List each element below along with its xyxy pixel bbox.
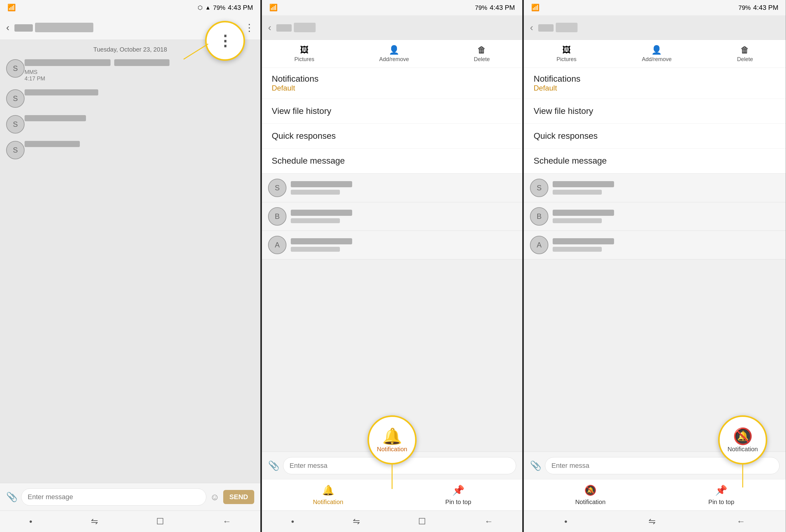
- nav-back-1[interactable]: ←: [223, 517, 231, 527]
- quick-responses-label-3: Quick responses: [534, 131, 776, 141]
- pin-to-top-action-3[interactable]: 📌 Pin to top: [708, 484, 734, 506]
- emoji-icon-1[interactable]: ☺: [210, 492, 219, 502]
- message-row-3: S: [6, 115, 254, 134]
- menu-schedule-message-3[interactable]: Schedule message: [524, 148, 786, 174]
- contact-list-2: S B A: [262, 174, 522, 452]
- message-area-1: Tuesday, October 23, 2018 S MMS4:17 PM: [0, 40, 260, 483]
- chat-header-3: ‹ and 2: [524, 15, 786, 40]
- avatar-s3: S: [6, 115, 25, 134]
- contact-row-a3: A: [524, 231, 786, 259]
- more-options-icon[interactable]: ⋮: [245, 22, 254, 33]
- pin-to-top-action[interactable]: 📌 Pin to top: [445, 484, 471, 506]
- contact-row-b3: B: [524, 202, 786, 231]
- nav-back-2[interactable]: ←: [485, 517, 493, 527]
- avatar-s: S: [268, 179, 286, 197]
- avatar-b: B: [268, 207, 286, 226]
- nav-square-2[interactable]: ☐: [418, 516, 426, 527]
- pictures-icon-item-3[interactable]: 🖼 Pictures: [556, 45, 576, 63]
- message-row-1: S MMS4:17 PM: [6, 59, 254, 82]
- delete-icon: 🗑: [478, 45, 486, 55]
- notification-action-muted[interactable]: 🔕 Notification: [575, 484, 605, 506]
- msg-blur-4: [25, 141, 80, 147]
- status-left-3: 📶: [531, 4, 539, 11]
- add-remove-icon-item[interactable]: 👤 Add/remove: [379, 45, 409, 63]
- menu-quick-responses-3[interactable]: Quick responses: [524, 124, 786, 148]
- back-button-2[interactable]: ‹: [268, 22, 272, 33]
- nav-back-3[interactable]: ←: [737, 517, 745, 527]
- msg-blur-2: [25, 89, 98, 95]
- status-right-2: 79% 4:43 PM: [475, 4, 515, 11]
- contact-list-3: S B A: [524, 174, 786, 452]
- app-container: 📶 ⬡ ▲ 79% 4:43 PM ‹ and 2 others(3) ⋮: [0, 0, 786, 532]
- notification-muted-label: Notification: [575, 499, 605, 506]
- send-button-1[interactable]: SEND: [223, 490, 254, 504]
- msg-blur-3: [25, 115, 86, 121]
- callout-notification-circle: 🔔 Notification: [368, 415, 417, 464]
- status-bar-1: 📶 ⬡ ▲ 79% 4:43 PM: [0, 0, 260, 15]
- back-button-1[interactable]: ‹: [6, 22, 9, 33]
- attach-icon-2[interactable]: 📎: [268, 460, 279, 471]
- notification-callout-label: Notification: [377, 446, 408, 453]
- add-remove-icon-3: 👤: [651, 45, 662, 55]
- nav-swap-3[interactable]: ⇋: [648, 516, 655, 527]
- notification-muted-callout-icon: 🔕: [733, 427, 753, 446]
- avatar-s4: S: [6, 141, 25, 159]
- status-right: ⬡ ▲ 79% 4:43 PM: [198, 4, 253, 11]
- wifi-icon-2: 📶: [269, 4, 278, 11]
- nav-swap-2[interactable]: ⇋: [353, 516, 360, 527]
- menu-schedule-message[interactable]: Schedule message: [262, 148, 522, 174]
- msg-blur-1b: [114, 59, 169, 66]
- battery-text-2: 79%: [475, 4, 487, 11]
- nav-swap-1[interactable]: ⇋: [91, 516, 98, 527]
- add-remove-icon-item-3[interactable]: 👤 Add/remove: [642, 45, 671, 63]
- menu-view-file-history[interactable]: View file history: [262, 99, 522, 124]
- view-file-history-label-3: View file history: [534, 106, 776, 116]
- dots-icon: ⋮: [218, 32, 232, 49]
- message-input-1[interactable]: [21, 488, 206, 506]
- signal-icon: ▲: [205, 5, 211, 11]
- time-display-2: 4:43 PM: [490, 4, 515, 11]
- schedule-message-label-3: Schedule message: [534, 156, 776, 166]
- delete-label-3: Delete: [737, 56, 753, 63]
- header-icons-1: ⋮: [245, 22, 254, 33]
- menu-quick-responses[interactable]: Quick responses: [262, 124, 522, 148]
- delete-icon-item[interactable]: 🗑 Delete: [474, 45, 490, 63]
- notifications-label-3: Notifications: [534, 74, 776, 84]
- pictures-label-3: Pictures: [556, 56, 576, 63]
- callout-arrow-3: [742, 463, 743, 487]
- notification-action-active[interactable]: 🔔 Notification: [313, 484, 343, 506]
- battery-text: 79%: [213, 4, 225, 11]
- time-display: 4:43 PM: [228, 4, 253, 11]
- avatar-a: A: [268, 236, 286, 254]
- panel-3-muted: 📶 79% 4:43 PM ‹ and 2 🖼: [524, 0, 786, 532]
- time-display-3: 4:43 PM: [753, 4, 778, 11]
- nav-square-1[interactable]: ☐: [156, 516, 164, 527]
- callout-dots-container: ⋮: [205, 21, 245, 61]
- add-remove-label-3: Add/remove: [642, 56, 671, 63]
- pin-to-top-label-3: Pin to top: [708, 499, 734, 506]
- notification-muted-callout-label: Notification: [728, 446, 758, 453]
- view-file-history-label: View file history: [272, 106, 512, 116]
- notifications-sublabel-3: Default: [534, 84, 776, 92]
- nav-bar-1: • ⇋ ☐ ←: [0, 510, 260, 532]
- pin-to-top-label-2: Pin to top: [445, 499, 471, 506]
- top-icon-bar-3: 🖼 Pictures 👤 Add/remove 🗑 Delete Notific…: [524, 40, 786, 174]
- pictures-icon-item[interactable]: 🖼 Pictures: [295, 45, 315, 63]
- delete-label: Delete: [474, 56, 490, 63]
- avatar-s1: S: [6, 59, 25, 78]
- attach-icon-1[interactable]: 📎: [6, 491, 18, 502]
- attach-icon-3[interactable]: 📎: [530, 460, 541, 471]
- menu-notifications-3[interactable]: Notifications Default: [524, 68, 786, 99]
- callout-arrow-1: [181, 41, 211, 65]
- delete-icon-item-3[interactable]: 🗑 Delete: [737, 45, 753, 63]
- status-left: 📶: [7, 4, 16, 11]
- status-bar-2: 📶 79% 4:43 PM: [262, 0, 522, 15]
- menu-view-file-history-3[interactable]: View file history: [524, 99, 786, 124]
- back-button-3[interactable]: ‹: [530, 22, 533, 33]
- pin-icon-3: 📌: [715, 484, 727, 496]
- bottom-context-menu-3: 🔕 Notification 📌 Pin to top: [524, 479, 786, 510]
- bottom-input-1: 📎 ☺ SEND: [0, 483, 260, 510]
- top-icon-bar-2: 🖼 Pictures 👤 Add/remove 🗑 Delete Notific…: [262, 40, 522, 174]
- avatar-s2: S: [6, 89, 25, 108]
- menu-notifications[interactable]: Notifications Default: [262, 68, 522, 99]
